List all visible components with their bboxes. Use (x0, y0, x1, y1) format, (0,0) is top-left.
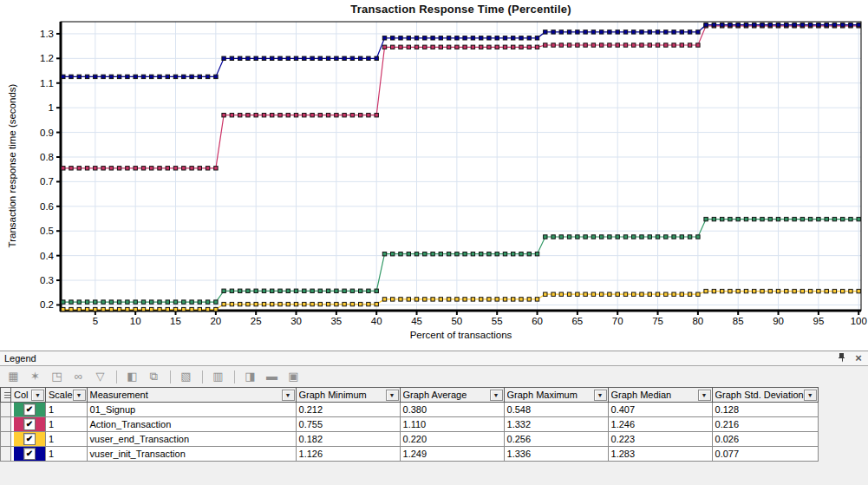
graph-maximum-cell[interactable]: 0.256 (504, 432, 608, 447)
series-marker-vuser_end_Transaction (776, 289, 780, 292)
legend-row-01_Signup[interactable]: ✔101_Signup0.2120.3800.5480.4070.128 (1, 403, 819, 417)
series-marker-vuser_init_Transaction (567, 30, 571, 34)
graph-median-cell[interactable]: 1.246 (608, 417, 712, 432)
scale-cell[interactable]: 1 (46, 417, 88, 432)
copy-graph-icon[interactable]: ◳ (49, 370, 64, 383)
row-selector-cell[interactable] (1, 403, 11, 417)
close-icon[interactable]: × (852, 352, 865, 364)
graph-maximum-cell[interactable]: 1.332 (504, 417, 608, 432)
measurement-cell[interactable]: 01_Signup (87, 403, 296, 417)
series-marker-vuser_end_Transaction (849, 289, 852, 292)
auto-correlate-icon[interactable]: ▧ (179, 370, 193, 383)
series-marker-01_Signup (246, 289, 250, 292)
column-filter-dropdown[interactable]: ▼ (490, 390, 503, 401)
break-down-icon[interactable]: ◨ (243, 370, 258, 383)
series-marker-Action_Transaction (230, 114, 233, 117)
graph-median-cell[interactable]: 1.283 (608, 447, 712, 462)
graph-std-deviation-cell[interactable]: 0.077 (712, 447, 818, 462)
series-marker-vuser_init_Transaction (414, 36, 418, 40)
series-marker-01_Signup (109, 300, 113, 304)
series-marker-Action_Transaction (535, 45, 538, 49)
series-marker-Action_Transaction (495, 45, 499, 49)
series-marker-Action_Transaction (656, 43, 659, 47)
row-selector-cell[interactable] (1, 417, 11, 432)
row-selector-cell[interactable] (1, 447, 11, 462)
legend-row-vuser_end_Transaction[interactable]: ✔1vuser_end_Transaction0.1820.2200.2560.… (1, 432, 819, 447)
series-marker-vuser_init_Transaction (141, 75, 145, 78)
measurement-checkbox[interactable]: ✔ (23, 433, 36, 445)
column-filter-dropdown[interactable]: ▼ (804, 390, 817, 401)
column-filter-dropdown[interactable]: ▼ (31, 390, 44, 401)
sort-icon[interactable]: ▬ (264, 370, 279, 383)
save-icon[interactable]: ▣ (286, 370, 301, 383)
measurement-checkbox[interactable]: ✔ (23, 418, 36, 430)
series-marker-01_Signup (535, 252, 538, 256)
pin-icon[interactable] (835, 352, 847, 364)
series-marker-Action_Transaction (335, 114, 338, 117)
column-filter-dropdown[interactable]: ▼ (386, 390, 399, 401)
legend-row-Action_Transaction[interactable]: ✔1Action_Transaction0.7551.1101.3321.246… (1, 417, 819, 432)
column-header-measurement[interactable]: Measurement▼ (87, 388, 296, 403)
scale-cell[interactable]: 1 (46, 447, 88, 462)
merge-graphs-icon[interactable]: ◧ (125, 370, 140, 383)
series-marker-Action_Transaction (672, 43, 675, 47)
view-trends-icon[interactable]: ∞ (71, 370, 86, 383)
apply-filter-icon[interactable]: ▽ (93, 370, 108, 383)
legend-row-vuser_init_Transaction[interactable]: ✔1vuser_init_Transaction1.1261.2491.3361… (1, 447, 819, 462)
series-marker-01_Signup (527, 252, 531, 256)
series-marker-Action_Transaction (182, 167, 186, 170)
graph-std-deviation-cell[interactable]: 0.128 (712, 403, 818, 417)
measurement-cell[interactable]: vuser_end_Transaction (87, 432, 296, 447)
column-filter-dropdown[interactable]: ▼ (594, 390, 607, 401)
graph-minimum-cell[interactable]: 1.126 (296, 447, 400, 462)
series-marker-01_Signup (800, 217, 804, 220)
measurement-cell[interactable]: vuser_init_Transaction (87, 447, 296, 462)
column-header-label: Graph Median (611, 390, 672, 400)
series-line-vuser_init_Transaction (61, 25, 861, 77)
graph-std-deviation-cell[interactable]: 0.216 (712, 417, 818, 432)
measurement-cell[interactable]: Action_Transaction (87, 417, 296, 432)
configure-measurements-icon[interactable]: ▦ (6, 370, 21, 383)
graph-average-cell[interactable]: 1.110 (400, 417, 504, 432)
overlay-graphs-icon[interactable]: ⧉ (147, 370, 161, 383)
graph-minimum-cell[interactable]: 0.212 (296, 403, 400, 417)
graph-average-cell[interactable]: 0.220 (400, 432, 504, 447)
graph-minimum-cell[interactable]: 0.755 (296, 417, 400, 432)
series-marker-01_Signup (704, 217, 708, 220)
column-header-graph-minimum[interactable]: Graph Minimum▼ (296, 388, 400, 403)
measurement-checkbox[interactable]: ✔ (23, 448, 36, 460)
series-marker-Action_Transaction (471, 45, 474, 49)
graph-maximum-cell[interactable]: 1.336 (504, 447, 608, 462)
measurement-checkbox[interactable]: ✔ (23, 403, 36, 416)
column-header-scale[interactable]: Scale▼ (46, 388, 88, 403)
series-marker-vuser_end_Transaction (463, 298, 467, 301)
series-marker-vuser_end_Transaction (503, 298, 506, 301)
graph-average-cell[interactable]: 1.249 (400, 447, 504, 462)
graph-minimum-cell[interactable]: 0.182 (296, 432, 400, 447)
series-marker-vuser_end_Transaction (214, 307, 218, 311)
series-marker-Action_Transaction (85, 167, 88, 170)
column-filter-dropdown[interactable]: ▼ (73, 390, 86, 401)
series-marker-vuser_end_Transaction (576, 292, 579, 296)
row-selector-cell[interactable] (1, 432, 11, 447)
column-header-graph-std-deviation[interactable]: Graph Std. Deviation▼ (712, 388, 818, 403)
series-marker-vuser_init_Transaction (230, 56, 233, 60)
scale-cell[interactable]: 1 (46, 432, 88, 447)
column-header-graph-average[interactable]: Graph Average▼ (400, 388, 504, 403)
graph-median-cell[interactable]: 0.407 (608, 403, 712, 417)
series-marker-vuser_init_Transaction (696, 30, 700, 34)
column-filter-dropdown[interactable]: ▼ (698, 390, 711, 401)
graph-maximum-cell[interactable]: 0.548 (504, 403, 608, 417)
series-marker-vuser_init_Transaction (166, 75, 169, 78)
graph-average-cell[interactable]: 0.380 (400, 403, 504, 417)
column-header-graph-median[interactable]: Graph Median▼ (608, 388, 712, 403)
column-header-col[interactable]: Col▼ (11, 388, 46, 403)
column-filter-dropdown[interactable]: ▼ (282, 390, 295, 401)
column-header-graph-maximum[interactable]: Graph Maximum▼ (504, 388, 608, 403)
scale-cell[interactable]: 1 (46, 403, 88, 417)
series-marker-vuser_end_Transaction (672, 292, 675, 296)
web-page-diagnostics-icon[interactable]: ▥ (211, 370, 225, 383)
clear-display-options-icon[interactable]: ✶ (28, 370, 42, 383)
graph-std-deviation-cell[interactable]: 0.026 (712, 432, 818, 447)
graph-median-cell[interactable]: 0.223 (608, 432, 712, 447)
